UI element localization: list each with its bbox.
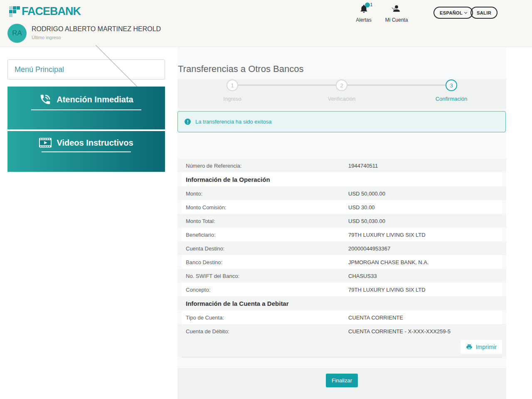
table-row: Beneficiario:79TH LUXURY LIVING SIX LTD	[182, 228, 502, 241]
main-content: Transferencias a Otros Bancos 1Ingreso2V…	[177, 47, 506, 399]
underline	[42, 151, 131, 152]
row-value: JPMORGAN CHASE BANK, N.A.	[348, 259, 429, 265]
row-label: Monto:	[186, 190, 202, 196]
row-value: USD 50,030.00	[348, 218, 385, 224]
bottom-band: Finalizar	[177, 368, 506, 399]
brand-icon	[9, 6, 20, 17]
section-row: Información de la Operación	[182, 172, 502, 186]
row-label: No. SWIFT del Banco:	[186, 273, 239, 279]
table-row: Tipo de Cuenta:CUENTA CORRIENTE	[182, 310, 502, 324]
table-row: Banco Destino:JPMORGAN CHASE BANK, N.A.	[182, 255, 502, 269]
avatar: RA	[7, 24, 27, 43]
row-label: Concepto:	[186, 286, 210, 292]
section-title: Información de la Cuenta a Debitar	[186, 300, 289, 307]
page: FACEBANK 1 Alertas Mi Cuenta ESPAÑOL SAL…	[0, 0, 532, 399]
videos-instructivos-button[interactable]: Videos Instructivos	[7, 131, 165, 172]
finalize-button[interactable]: Finalizar	[326, 374, 358, 387]
account-menu[interactable]: Mi Cuenta	[379, 4, 414, 23]
print-band: Imprimir	[177, 337, 506, 357]
row-label: Tipo de Cuenta:	[186, 314, 224, 320]
table-row: Cuenta de Débito:CUENTA CORRIENTE - X-XX…	[177, 324, 506, 338]
atencion-inmediata-label: Atención Inmediata	[57, 95, 133, 104]
step-label: Ingreso	[199, 96, 266, 102]
alerts-button[interactable]: 1 Alertas	[349, 4, 378, 23]
logout-button[interactable]: SALIR	[470, 7, 498, 19]
account-label: Mi Cuenta	[379, 17, 414, 23]
printer-icon	[466, 344, 473, 350]
row-label: Cuenta de Débito:	[186, 328, 229, 334]
section-row: Información de la Cuenta a Debitar	[177, 296, 506, 310]
row-value: USD 30.00	[348, 204, 375, 210]
main-menu-label: Menú Principal	[15, 65, 86, 74]
section-title: Información de la Operación	[186, 176, 270, 183]
table-row: Monto:USD 50,000.00	[177, 186, 506, 200]
table-row: No. SWIFT del Banco:CHASUS33	[177, 269, 506, 283]
logout-label: SALIR	[477, 10, 491, 15]
row-value: 1944740511	[348, 162, 378, 169]
row-value: 79TH LUXURY LIVING SIX LTD	[348, 231, 426, 238]
table-row: Número de Referencia:1944740511	[177, 159, 506, 172]
brand-logo[interactable]: FACEBANK	[9, 5, 81, 18]
step-circle: 1	[227, 79, 238, 91]
row-value: CUENTA CORRIENTE	[348, 314, 403, 320]
underline	[31, 109, 141, 110]
step-circle: 2	[336, 79, 347, 91]
print-button[interactable]: Imprimir	[461, 340, 502, 354]
row-label: Monto Comisión:	[186, 204, 227, 210]
step-label: Verificación	[308, 96, 375, 102]
row-label: Cuenta Destino:	[186, 245, 224, 251]
videos-instructivos-label: Videos Instructivos	[57, 138, 133, 148]
phone-icon	[39, 93, 52, 106]
video-icon	[39, 138, 52, 148]
row-value: 79TH LUXURY LIVING SIX LTD	[348, 286, 426, 292]
user-name: RODRIGO ALBERTO MARTINEZ HEROLD	[32, 25, 161, 33]
language-button[interactable]: ESPAÑOL	[433, 7, 473, 19]
step-label: Confirmación	[418, 96, 485, 102]
success-alert: ! La transferencia ha sido exitosa	[177, 111, 506, 132]
page-title: Transferencias a Otros Bancos	[178, 64, 303, 74]
print-label: Imprimir	[476, 344, 497, 350]
row-label: Monto Total:	[186, 218, 215, 224]
row-label: Número de Referencia:	[186, 162, 241, 169]
alert-text: La transferencia ha sido exitosa	[195, 119, 272, 125]
row-label: Beneficiario:	[186, 231, 216, 238]
step-circle: 3	[446, 79, 457, 91]
row-value: CUENTA CORRIENTE - X-XXX-XXX259-5	[348, 328, 451, 334]
atencion-inmediata-button[interactable]: Atención Inmediata	[7, 87, 165, 129]
row-value: USD 50,000.00	[348, 190, 385, 196]
brand-name: FACEBANK	[22, 5, 81, 18]
alert-badge-dot	[365, 2, 370, 7]
table-row: Cuenta Destino:20000044953367	[177, 241, 506, 255]
row-value: 20000044953367	[348, 245, 390, 251]
stepper-line	[347, 84, 446, 86]
header: FACEBANK 1 Alertas Mi Cuenta ESPAÑOL SAL…	[0, 0, 532, 47]
main-menu-select[interactable]: Menú Principal	[7, 59, 165, 79]
alerts-label: Alertas	[349, 17, 378, 23]
stepper: 1Ingreso2Verificación3Confirmación	[177, 79, 506, 109]
row-label: Banco Destino:	[186, 259, 222, 265]
chevron-down-icon	[464, 10, 467, 13]
table-row: Monto Total:USD 50,030.00	[177, 214, 506, 228]
details-table: Número de Referencia:1944740511Informaci…	[177, 159, 506, 338]
language-label: ESPAÑOL	[440, 10, 463, 15]
info-icon: !	[185, 119, 191, 125]
divider	[182, 357, 502, 357]
row-value: CHASUS33	[348, 273, 377, 279]
alert-badge-count: 1	[370, 2, 373, 7]
table-row: Concepto:79TH LUXURY LIVING SIX LTD	[182, 283, 502, 296]
stepper-line	[238, 84, 336, 86]
last-login-label: Último ingreso	[32, 35, 61, 40]
table-row: Monto Comisión:USD 30.00	[182, 200, 502, 214]
